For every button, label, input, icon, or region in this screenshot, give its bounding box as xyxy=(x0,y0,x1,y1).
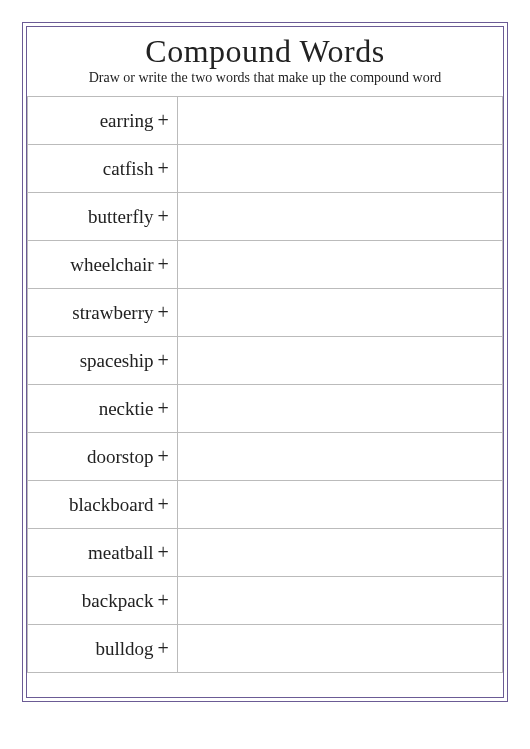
answer-cell[interactable] xyxy=(178,481,503,529)
answer-cell[interactable] xyxy=(178,97,503,145)
table-row: backpack+ xyxy=(28,577,503,625)
plus-sign: + xyxy=(158,337,178,385)
table-row: meatball+ xyxy=(28,529,503,577)
plus-sign: + xyxy=(158,241,178,289)
answer-cell[interactable] xyxy=(178,529,503,577)
compound-word: spaceship xyxy=(28,337,158,385)
table-row: bulldog+ xyxy=(28,625,503,673)
plus-sign: + xyxy=(158,529,178,577)
answer-cell[interactable] xyxy=(178,577,503,625)
plus-sign: + xyxy=(158,193,178,241)
plus-sign: + xyxy=(158,625,178,673)
plus-sign: + xyxy=(158,145,178,193)
compound-word: bulldog xyxy=(28,625,158,673)
table-row: wheelchair+ xyxy=(28,241,503,289)
compound-word: blackboard xyxy=(28,481,158,529)
table-row: strawberry+ xyxy=(28,289,503,337)
compound-word: backpack xyxy=(28,577,158,625)
answer-cell[interactable] xyxy=(178,337,503,385)
table-row: butterfly+ xyxy=(28,193,503,241)
answer-cell[interactable] xyxy=(178,145,503,193)
plus-sign: + xyxy=(158,481,178,529)
worksheet-inner-frame: Compound Words Draw or write the two wor… xyxy=(26,26,504,698)
compound-word: catfish xyxy=(28,145,158,193)
page-title: Compound Words xyxy=(27,33,503,70)
table-row: doorstop+ xyxy=(28,433,503,481)
answer-cell[interactable] xyxy=(178,625,503,673)
compound-word: necktie xyxy=(28,385,158,433)
compound-word: doorstop xyxy=(28,433,158,481)
compound-word: meatball xyxy=(28,529,158,577)
plus-sign: + xyxy=(158,289,178,337)
answer-cell[interactable] xyxy=(178,433,503,481)
table-row: blackboard+ xyxy=(28,481,503,529)
plus-sign: + xyxy=(158,433,178,481)
compound-word: wheelchair xyxy=(28,241,158,289)
plus-sign: + xyxy=(158,577,178,625)
worksheet-outer-frame: Compound Words Draw or write the two wor… xyxy=(22,22,508,702)
compound-word: butterfly xyxy=(28,193,158,241)
plus-sign: + xyxy=(158,97,178,145)
table-row: earring+ xyxy=(28,97,503,145)
answer-cell[interactable] xyxy=(178,289,503,337)
table-row: catfish+ xyxy=(28,145,503,193)
answer-cell[interactable] xyxy=(178,241,503,289)
answer-cell[interactable] xyxy=(178,193,503,241)
compound-words-table: earring+catfish+butterfly+wheelchair+str… xyxy=(27,96,503,673)
table-row: spaceship+ xyxy=(28,337,503,385)
answer-cell[interactable] xyxy=(178,385,503,433)
page-subtitle: Draw or write the two words that make up… xyxy=(27,70,503,86)
table-row: necktie+ xyxy=(28,385,503,433)
compound-word: strawberry xyxy=(28,289,158,337)
compound-word: earring xyxy=(28,97,158,145)
plus-sign: + xyxy=(158,385,178,433)
